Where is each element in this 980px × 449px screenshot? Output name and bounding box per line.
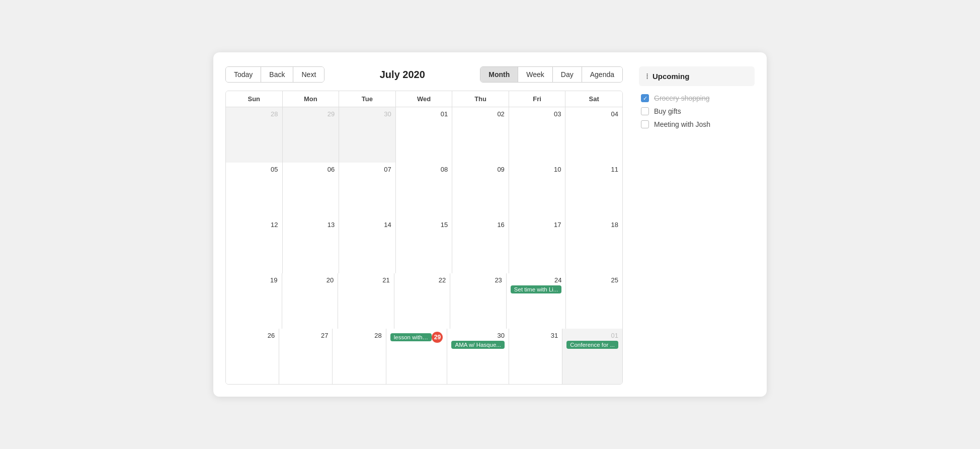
item-label-gifts: Buy gifts	[654, 107, 681, 115]
cal-day[interactable]: 03	[509, 107, 566, 163]
back-button[interactable]: Back	[261, 67, 293, 82]
toolbar: Today Back Next July 2020 Month Week Day…	[225, 66, 623, 83]
cal-day[interactable]: 30 AMA w/ Hasque...	[447, 329, 509, 384]
cal-day[interactable]: 05	[226, 163, 283, 218]
week-row: 28 29 30 01 02 03 04	[226, 107, 622, 163]
calendar-body: 28 29 30 01 02 03 04 05 06 07 08 09 10 1…	[226, 107, 622, 384]
list-icon: ⁞	[646, 71, 648, 81]
cal-day[interactable]: 29	[283, 107, 340, 163]
calendar-event[interactable]: Conference for ...	[566, 341, 618, 349]
list-item: Grocery shopping	[641, 94, 753, 102]
today-button[interactable]: Today	[226, 67, 261, 82]
view-day-button[interactable]: Day	[553, 67, 582, 82]
cal-day[interactable]: 15	[396, 218, 453, 273]
cal-day[interactable]: 08	[396, 163, 453, 218]
app-card: Today Back Next July 2020 Month Week Day…	[213, 52, 767, 397]
sidebar-header: ⁞ Upcoming	[639, 66, 755, 86]
view-week-button[interactable]: Week	[518, 67, 553, 82]
calendar-event[interactable]: lesson with Prof...	[390, 333, 432, 341]
cal-day[interactable]: 24 Set time with Li...	[507, 273, 566, 329]
cal-day[interactable]: 07	[339, 163, 396, 218]
calendar-section: Today Back Next July 2020 Month Week Day…	[225, 66, 623, 385]
checkbox-meeting[interactable]	[641, 120, 649, 128]
cal-day[interactable]: 25	[566, 273, 622, 329]
header-mon: Mon	[283, 91, 340, 107]
view-month-button[interactable]: Month	[480, 67, 518, 82]
cal-day[interactable]: 22	[394, 273, 451, 329]
header-fri: Fri	[509, 91, 566, 107]
cal-day[interactable]: 28	[226, 107, 283, 163]
cal-day[interactable]: 06	[283, 163, 340, 218]
next-button[interactable]: Next	[293, 67, 324, 82]
cal-day[interactable]: 16	[452, 218, 509, 273]
cal-day[interactable]: 19	[226, 273, 282, 329]
upcoming-list: Grocery shopping Buy gifts Meeting with …	[639, 94, 755, 128]
cal-day[interactable]: 11	[565, 163, 622, 218]
checkbox-grocery[interactable]	[641, 94, 649, 102]
sidebar-title: Upcoming	[652, 72, 689, 81]
cal-day[interactable]: 27	[279, 329, 333, 384]
cal-day[interactable]: 01 Conference for ...	[562, 329, 622, 384]
view-agenda-button[interactable]: Agenda	[582, 67, 622, 82]
cal-day[interactable]: 02	[452, 107, 509, 163]
cal-day[interactable]: 30	[339, 107, 396, 163]
cal-day[interactable]: 12	[226, 218, 283, 273]
calendar-header: Sun Mon Tue Wed Thu Fri Sat	[226, 91, 622, 107]
header-thu: Thu	[452, 91, 509, 107]
list-item: Buy gifts	[641, 107, 753, 115]
header-wed: Wed	[396, 91, 453, 107]
cal-day[interactable]: 13	[283, 218, 340, 273]
item-label-meeting: Meeting with Josh	[654, 120, 710, 128]
week-row: 19 20 21 22 23 24 Set time with Li... 25	[226, 273, 622, 329]
nav-buttons: Today Back Next	[225, 66, 324, 83]
week-row: 05 06 07 08 09 10 11	[226, 163, 622, 218]
week-row: 26 27 28 29 lesson with Prof... 30 AMA w…	[226, 329, 622, 384]
cal-day[interactable]: 20	[282, 273, 339, 329]
header-tue: Tue	[339, 91, 396, 107]
cal-day[interactable]: 31	[509, 329, 562, 384]
cal-day[interactable]: 01	[396, 107, 453, 163]
calendar-event[interactable]: AMA w/ Hasque...	[451, 341, 504, 349]
cal-day[interactable]: 04	[565, 107, 622, 163]
cal-day[interactable]: 21	[338, 273, 394, 329]
cal-day[interactable]: 14	[339, 218, 396, 273]
calendar-grid: Sun Mon Tue Wed Thu Fri Sat 28 29 30 01 …	[225, 91, 623, 385]
item-label-grocery: Grocery shopping	[654, 94, 710, 102]
cal-day[interactable]: 10	[509, 163, 566, 218]
cal-day[interactable]: 09	[452, 163, 509, 218]
checkbox-gifts[interactable]	[641, 107, 649, 115]
day-badge: 29	[432, 332, 443, 343]
calendar-title: July 2020	[324, 69, 480, 81]
week-row: 12 13 14 15 16 17 18	[226, 218, 622, 273]
cal-day[interactable]: 26	[226, 329, 279, 384]
cal-day[interactable]: 18	[565, 218, 622, 273]
header-sun: Sun	[226, 91, 283, 107]
sidebar: ⁞ Upcoming Grocery shopping Buy gifts Me…	[639, 66, 755, 385]
cal-day[interactable]: 28	[333, 329, 386, 384]
list-item: Meeting with Josh	[641, 120, 753, 128]
view-buttons: Month Week Day Agenda	[480, 66, 623, 83]
calendar-event[interactable]: Set time with Li...	[511, 285, 562, 293]
cal-day[interactable]: 23	[450, 273, 507, 329]
cal-day[interactable]: 17	[509, 218, 566, 273]
cal-day[interactable]: 29 lesson with Prof...	[386, 329, 448, 384]
header-sat: Sat	[565, 91, 622, 107]
